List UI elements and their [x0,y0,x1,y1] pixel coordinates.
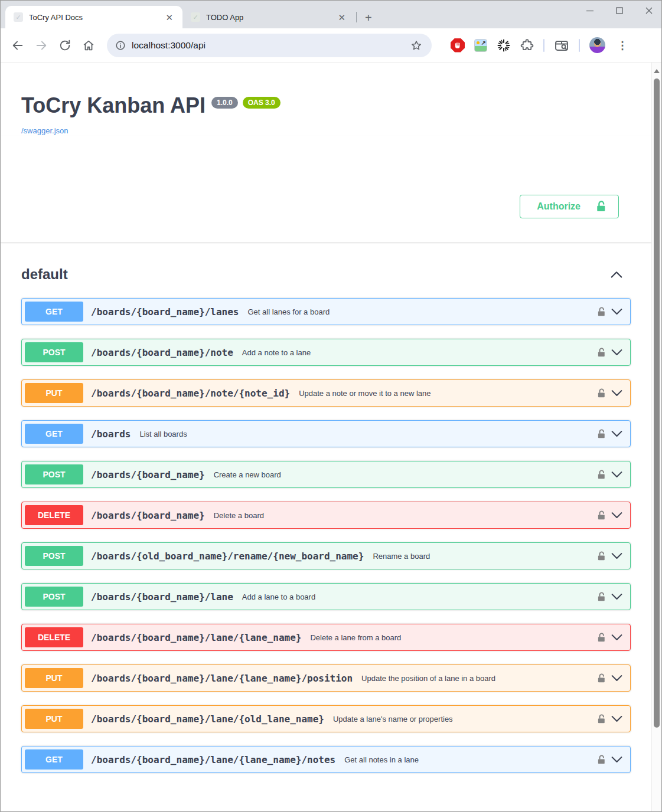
profile-avatar[interactable] [589,37,605,53]
tab-divider [356,12,357,22]
tab-todo-app[interactable]: ✓ TODO App ✕ [182,6,355,28]
method-badge: PUT [25,668,83,688]
unlock-icon[interactable] [595,426,608,442]
chevron-down-icon[interactable] [608,713,625,725]
extensions-puzzle-icon[interactable] [520,38,534,52]
home-icon[interactable] [79,35,99,55]
url-text[interactable]: localhost:3000/api [132,40,408,51]
extensions-area: ↗ ⋮ [451,37,630,53]
operation-summary: Delete a lane from a board [310,633,401,642]
section-header[interactable]: default [21,266,631,283]
operation-row[interactable]: POST/boards/{board_name}/noteAdd a note … [21,339,631,366]
operation-summary: Rename a board [373,552,430,561]
tab-tocry-api-docs[interactable]: ✓ ToCry API Docs ✕ [5,6,182,28]
tab-close-icon[interactable]: ✕ [163,12,175,23]
operation-row[interactable]: POST/boards/{board_name}Create a new boa… [21,461,631,488]
operation-row[interactable]: POST/boards/{old_board_name}/rename/{new… [21,542,631,569]
method-badge: POST [25,587,83,607]
operation-row[interactable]: DELETE/boards/{board_name}/lane/{lane_na… [21,624,631,651]
chevron-down-icon[interactable] [608,306,625,318]
chevron-down-icon[interactable] [608,631,625,644]
chevron-down-icon[interactable] [608,591,625,603]
site-info-icon[interactable] [115,40,126,51]
unlock-icon[interactable] [595,345,608,361]
operation-row[interactable]: POST/boards/{board_name}/laneAdd a lane … [21,583,631,610]
chevron-down-icon[interactable] [608,754,625,766]
close-window-button[interactable] [643,4,656,17]
unlock-icon[interactable] [595,589,608,605]
operation-summary: List all boards [139,430,187,438]
unlock-icon[interactable] [595,752,608,768]
new-tab-button[interactable]: + [360,11,377,25]
adblock-icon[interactable] [451,38,465,53]
unlock-icon[interactable] [595,670,608,686]
operation-row[interactable]: DELETE/boards/{board_name}Delete a board [21,502,631,529]
tab-title: ToCry API Docs [29,13,157,22]
operation-row[interactable]: PUT/boards/{board_name}/note/{note_id}Up… [21,379,631,407]
toolbar-separator [579,39,580,52]
unlock-icon[interactable] [595,385,608,401]
authorize-button[interactable]: Authorize [520,195,619,218]
chevron-down-icon[interactable] [608,509,625,522]
image-downloader-icon[interactable]: ↗ [474,39,487,52]
scrollbar[interactable] [651,63,661,811]
unlock-icon[interactable] [595,548,608,564]
method-badge: GET [25,749,83,770]
method-badge: GET [25,302,83,322]
reload-icon[interactable] [55,35,75,55]
back-icon[interactable] [8,35,28,55]
browser-window: ✓ ToCry API Docs ✕ ✓ TODO App ✕ + [0,0,662,812]
unlock-icon[interactable] [595,711,608,727]
unlock-icon[interactable] [595,467,608,483]
bookmark-star-icon[interactable] [408,37,425,54]
minimize-button[interactable] [583,4,596,17]
method-badge: DELETE [25,505,83,525]
spinner-icon[interactable] [497,38,511,53]
scrollbar-up-arrow[interactable] [652,66,661,76]
forward-icon[interactable] [31,35,51,55]
unlock-icon[interactable] [595,304,608,320]
chevron-down-icon[interactable] [608,550,625,562]
operation-row[interactable]: PUT/boards/{board_name}/lane/{lane_name}… [21,664,631,692]
chevron-down-icon[interactable] [608,428,625,440]
window-controls [583,4,656,17]
operations-list: GET/boards/{board_name}/lanesGet all lan… [21,298,631,773]
operation-path: /boards/{board_name}/lane/{lane_name}/po… [91,673,353,684]
operation-summary: Get all notes in a lane [344,755,419,764]
chevron-down-icon[interactable] [608,469,625,481]
tab-strip: ✓ ToCry API Docs ✕ ✓ TODO App ✕ + [1,1,661,28]
operation-row[interactable]: GET/boards/{board_name}/lane/{lane_name}… [21,746,631,773]
chevron-up-icon[interactable] [610,270,623,279]
swagger-json-link[interactable]: /swagger.json [21,126,69,135]
operation-path: /boards/{board_name} [91,510,205,521]
scrollbar-thumb[interactable] [654,78,660,728]
operation-row[interactable]: PUT/boards/{board_name}/lane/{old_lane_n… [21,705,631,732]
api-info: ToCry Kanban API 1.0.0 OAS 3.0 /swagger.… [1,63,651,136]
operation-row[interactable]: GET/boardsList all boards [21,420,631,447]
chevron-down-icon[interactable] [608,387,625,400]
operation-row[interactable]: GET/boards/{board_name}/lanesGet all lan… [21,298,631,325]
tab-search-icon[interactable] [554,38,569,53]
scheme-container: Authorize [1,136,651,243]
authorize-label: Authorize [537,201,581,212]
menu-kebab-icon[interactable]: ⋮ [615,39,630,52]
chevron-down-icon[interactable] [608,346,625,359]
operation-summary: Update a note or move it to a new lane [299,389,431,398]
tab-close-icon[interactable]: ✕ [335,12,348,23]
checkbox-favicon-icon: ✓ [14,12,23,22]
address-bar[interactable]: localhost:3000/api [107,34,432,57]
method-badge: POST [25,546,83,566]
maximize-button[interactable] [613,4,626,17]
operation-path: /boards/{board_name}/lane/{lane_name} [91,632,301,643]
unlock-icon[interactable] [595,630,608,646]
method-badge: POST [25,464,83,484]
api-title-row: ToCry Kanban API 1.0.0 OAS 3.0 [21,93,631,118]
operation-path: /boards/{board_name} [91,469,205,480]
operation-path: /boards/{board_name}/note/{note_id} [91,388,290,399]
unlock-icon[interactable] [595,508,608,523]
chevron-down-icon[interactable] [608,672,625,685]
toolbar-separator [543,39,544,52]
method-badge: PUT [25,383,83,403]
operation-path: /boards/{board_name}/lane/{old_lane_name… [91,713,324,725]
version-badge: 1.0.0 [211,97,238,109]
